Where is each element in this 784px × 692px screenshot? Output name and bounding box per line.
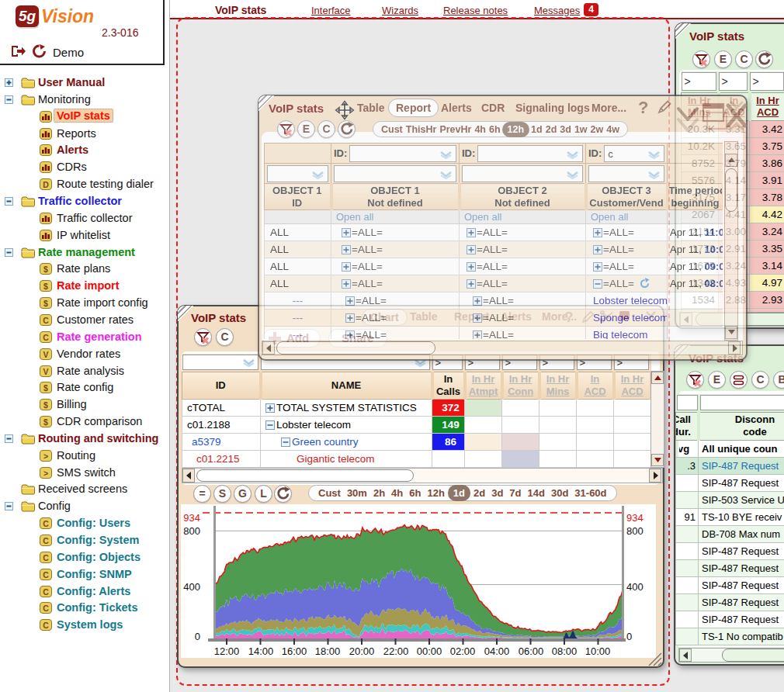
svg-text:D: D [43, 180, 49, 189]
svg-text:V: V [43, 349, 48, 358]
svg-text:V: V [43, 366, 48, 375]
svg-text:C: C [43, 536, 49, 545]
svg-text:C: C [43, 586, 49, 596]
svg-text:$: $ [43, 383, 48, 393]
svg-text:$: $ [43, 265, 48, 274]
svg-text:$: $ [43, 299, 48, 308]
svg-text:C: C [43, 604, 49, 613]
svg-text:C: C [43, 315, 49, 324]
svg-text:C: C [43, 621, 49, 630]
svg-text:>: > [43, 451, 48, 460]
svg-text:$: $ [43, 282, 48, 291]
svg-text:>: > [43, 468, 48, 477]
svg-text:C: C [43, 552, 49, 562]
svg-text:$: $ [43, 400, 48, 410]
svg-text:$: $ [43, 417, 48, 427]
svg-text:C: C [43, 519, 49, 528]
svg-text:C: C [43, 332, 49, 341]
svg-text:C: C [43, 569, 49, 579]
